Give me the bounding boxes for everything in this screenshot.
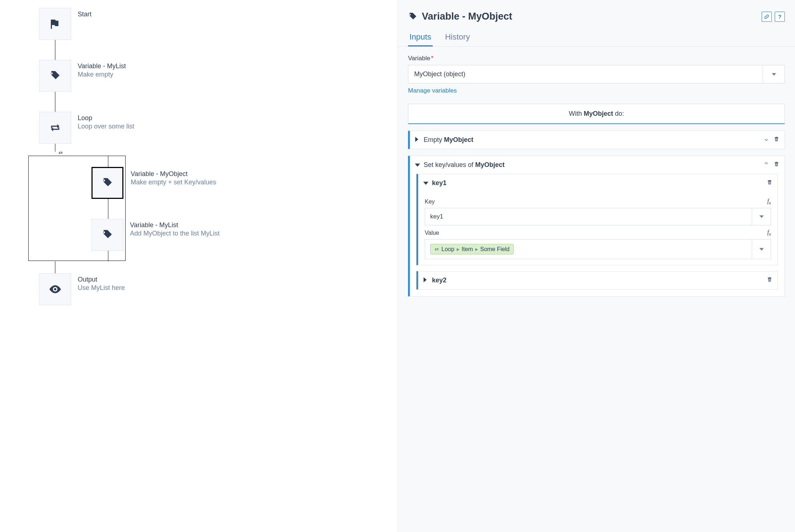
value-input[interactable]: Loop▸Item▸Some Field <box>425 240 752 259</box>
loop-icon <box>49 122 61 134</box>
node-title: Output <box>78 276 223 283</box>
node-variable-myobject[interactable]: Variable - MyObject Make empty + set Key… <box>91 167 123 199</box>
flow-canvas[interactable]: Start Variable - MyList Make empty Loop … <box>0 0 398 532</box>
fx-button[interactable]: fx <box>767 198 771 206</box>
chevron-down-icon <box>423 181 428 185</box>
fx-button[interactable]: fx <box>767 229 771 237</box>
tab-inputs[interactable]: Inputs <box>408 29 433 46</box>
caret-down-icon <box>759 214 764 219</box>
move-up-button[interactable] <box>763 161 769 169</box>
key-label: Key <box>425 199 435 205</box>
link-icon <box>764 14 769 19</box>
node-title: Variable - MyList <box>78 62 223 70</box>
node-subtitle: Use MyList here <box>78 284 223 292</box>
trash-icon <box>774 161 779 167</box>
arrow-up-icon <box>763 161 769 167</box>
tab-history[interactable]: History <box>444 29 471 46</box>
loop-badge-icon <box>57 150 64 156</box>
node-title: Loop <box>78 114 223 122</box>
help-button[interactable]: ? <box>775 12 785 22</box>
delete-button[interactable] <box>774 136 779 144</box>
trash-icon <box>767 179 772 185</box>
node-variable-mylist[interactable]: Variable - MyList Make empty <box>39 60 71 92</box>
tag-icon <box>102 229 113 241</box>
tag-icon <box>102 177 113 189</box>
variable-select-caret[interactable] <box>763 65 785 83</box>
trash-icon <box>767 277 772 282</box>
chevron-down-icon <box>415 163 420 167</box>
node-title: Variable - MyList <box>130 221 275 229</box>
trash-icon <box>774 136 779 142</box>
op-set-keyvalues: Set key/values of MyObject key1 <box>408 156 785 296</box>
kv-title: key1 <box>432 179 767 187</box>
with-object-header: With MyObject do: <box>408 104 785 124</box>
op-empty: Empty MyObject <box>408 131 785 149</box>
kv-block-key2: key2 <box>416 271 778 290</box>
node-start[interactable]: Start <box>39 8 71 40</box>
tag-icon <box>408 12 417 21</box>
value-reference-pill[interactable]: Loop▸Item▸Some Field <box>430 244 514 254</box>
kv-title: key2 <box>432 277 767 284</box>
collapse-toggle[interactable] <box>415 136 424 144</box>
collapse-toggle[interactable] <box>415 161 424 169</box>
panel-title-text: Variable - MyObject <box>422 11 512 22</box>
caret-down-icon <box>759 247 764 251</box>
node-subtitle: Make empty + set Key/values <box>131 179 276 186</box>
node-output[interactable]: Output Use MyList here <box>39 273 71 305</box>
tabs: Inputs History <box>398 29 795 47</box>
collapse-toggle[interactable] <box>423 277 432 284</box>
arrow-down-icon <box>763 136 769 142</box>
caret-down-icon <box>772 72 776 77</box>
flag-icon <box>49 17 62 30</box>
loop-icon <box>434 247 439 252</box>
variable-select[interactable]: MyObject (object) <box>408 65 763 83</box>
key-input-caret[interactable] <box>752 208 771 225</box>
value-input-caret[interactable] <box>752 240 771 259</box>
delete-button[interactable] <box>767 179 772 187</box>
link-button[interactable] <box>762 12 772 22</box>
key-input[interactable]: key1 <box>425 208 752 225</box>
collapse-toggle[interactable] <box>423 179 432 187</box>
delete-button[interactable] <box>774 161 779 169</box>
eye-icon <box>48 282 62 296</box>
node-subtitle: Make empty <box>78 71 223 78</box>
kv-block-key1: key1 Key fx key1 <box>416 174 778 265</box>
chevron-right-icon <box>415 137 419 142</box>
value-label: Value <box>425 230 439 236</box>
move-down-button[interactable] <box>763 136 769 144</box>
variable-label: Variable* <box>408 55 785 62</box>
properties-panel: Variable - MyObject ? Inputs History Var… <box>398 0 795 532</box>
panel-title: Variable - MyObject <box>408 11 512 22</box>
node-title: Start <box>78 11 223 18</box>
node-variable-mylist-add[interactable]: Variable - MyList Add MyObject to the li… <box>91 219 123 251</box>
node-loop[interactable]: Loop Loop over some list <box>39 112 71 144</box>
node-subtitle: Add MyObject to the list MyList <box>130 230 275 237</box>
chevron-right-icon <box>423 277 427 282</box>
node-title: Variable - MyObject <box>131 170 276 178</box>
manage-variables-link[interactable]: Manage variables <box>408 87 457 94</box>
node-subtitle: Loop over some list <box>78 123 223 130</box>
delete-button[interactable] <box>767 277 772 284</box>
tag-icon <box>49 70 61 82</box>
